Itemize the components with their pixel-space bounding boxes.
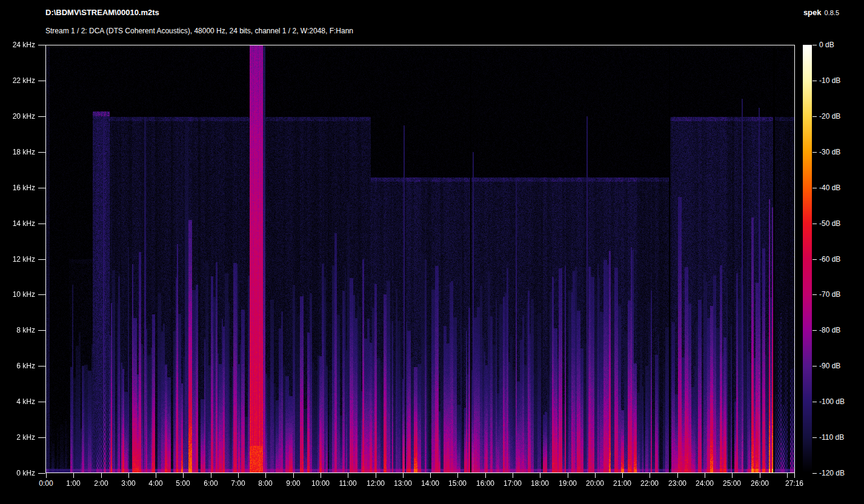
db-tick — [812, 116, 817, 117]
time-tick — [321, 473, 321, 478]
time-tick — [650, 473, 650, 478]
stream-info: Stream 1 / 2: DCA (DTS Coherent Acoustic… — [45, 27, 353, 35]
db-tick-label: -40 dB — [819, 184, 840, 192]
time-tick-label: 8:00 — [252, 479, 279, 488]
time-tick — [760, 473, 760, 478]
time-tick-label: 21:00 — [609, 479, 636, 488]
time-tick — [376, 473, 376, 478]
app-name: spek — [803, 8, 822, 17]
freq-tick-label: 6 kHz — [0, 362, 35, 370]
time-tick — [128, 473, 129, 478]
time-tick-label: 12:00 — [362, 479, 389, 488]
db-tick — [812, 330, 817, 331]
db-tick — [812, 294, 817, 295]
freq-tick-label: 12 kHz — [0, 255, 35, 264]
time-tick — [677, 473, 678, 478]
db-tick-label: -80 dB — [819, 326, 840, 334]
time-tick — [595, 473, 596, 478]
freq-tick-label: 22 kHz — [0, 76, 35, 85]
time-tick-label: 26:00 — [746, 479, 773, 488]
freq-tick-label: 4 kHz — [0, 397, 35, 406]
db-tick-label: -60 dB — [819, 255, 840, 264]
db-tick — [812, 366, 817, 366]
time-tick — [568, 473, 568, 478]
spectrogram-canvas — [46, 45, 794, 472]
freq-tick — [38, 224, 45, 224]
freq-tick — [38, 330, 45, 331]
time-tick-label: 9:00 — [280, 479, 307, 488]
time-tick — [457, 473, 458, 478]
time-tick — [348, 473, 348, 478]
freq-tick — [38, 116, 45, 117]
time-tick — [265, 473, 266, 478]
db-tick-label: -50 dB — [819, 219, 840, 228]
db-tick — [812, 152, 817, 153]
db-tick-label: -90 dB — [819, 362, 840, 370]
time-tick — [211, 473, 211, 478]
time-tick — [101, 473, 102, 478]
db-tick — [812, 402, 817, 402]
db-tick — [812, 81, 817, 81]
db-tick — [812, 188, 817, 188]
time-tick — [73, 473, 74, 478]
time-tick — [485, 473, 486, 478]
time-tick — [513, 473, 513, 478]
db-tick-label: -120 dB — [819, 469, 845, 477]
db-tick-label: -30 dB — [819, 148, 840, 156]
db-tick-label: -20 dB — [819, 112, 840, 121]
db-tick — [812, 259, 817, 260]
time-tick — [183, 473, 184, 478]
time-tick-label: 23:00 — [664, 479, 691, 488]
time-tick-label: 1:00 — [60, 479, 87, 488]
freq-tick — [38, 473, 45, 474]
freq-tick — [38, 45, 45, 45]
time-tick-label: 4:00 — [142, 479, 169, 488]
time-tick-label: 2:00 — [88, 479, 115, 488]
freq-tick-label: 0 kHz — [0, 469, 35, 477]
time-tick — [794, 473, 795, 478]
time-tick-label: 3:00 — [115, 479, 142, 488]
time-tick — [238, 473, 239, 478]
db-tick-label: -110 dB — [819, 433, 844, 442]
time-tick-label: 19:00 — [554, 479, 581, 488]
time-tick-label: 5:00 — [170, 479, 196, 488]
freq-tick — [38, 188, 45, 188]
freq-tick-label: 10 kHz — [0, 290, 35, 299]
db-tick — [812, 437, 817, 438]
freq-tick-label: 18 kHz — [0, 148, 35, 156]
freq-tick-label: 2 kHz — [0, 433, 35, 442]
freq-tick-label: 14 kHz — [0, 219, 35, 228]
db-tick — [812, 224, 817, 224]
app-version: 0.8.5 — [825, 9, 839, 16]
freq-tick — [38, 294, 45, 295]
time-tick-label: 20:00 — [582, 479, 608, 488]
time-tick — [403, 473, 404, 478]
time-tick — [46, 473, 47, 478]
db-tick-label: -10 dB — [819, 76, 840, 85]
db-legend-gradient — [803, 45, 812, 473]
freq-tick — [38, 437, 45, 438]
time-tick-label: 25:00 — [719, 479, 745, 488]
db-tick-label: -100 dB — [819, 397, 845, 406]
spectrogram-plot — [45, 45, 795, 473]
time-tick — [787, 473, 788, 478]
time-tick-label: 24:00 — [691, 479, 718, 488]
freq-tick-label: 24 kHz — [0, 41, 35, 49]
time-tick — [622, 473, 623, 478]
time-tick — [430, 473, 431, 478]
time-tick-label: 22:00 — [636, 479, 663, 488]
time-tick — [732, 473, 733, 478]
time-tick-label: 10:00 — [307, 479, 334, 488]
db-tick-label: -70 dB — [819, 290, 840, 299]
time-tick-label: 15:00 — [444, 479, 471, 488]
app-brand: spek 0.8.5 — [803, 8, 839, 17]
freq-tick — [38, 259, 45, 260]
freq-tick-label: 20 kHz — [0, 112, 35, 121]
time-tick-label: 11:00 — [334, 479, 361, 488]
freq-tick — [38, 81, 45, 81]
time-tick-label: 7:00 — [225, 479, 251, 488]
time-tick — [156, 473, 156, 478]
time-tick-label: 27:16 — [781, 479, 808, 488]
time-tick-label: 13:00 — [390, 479, 416, 488]
time-tick — [540, 473, 540, 478]
